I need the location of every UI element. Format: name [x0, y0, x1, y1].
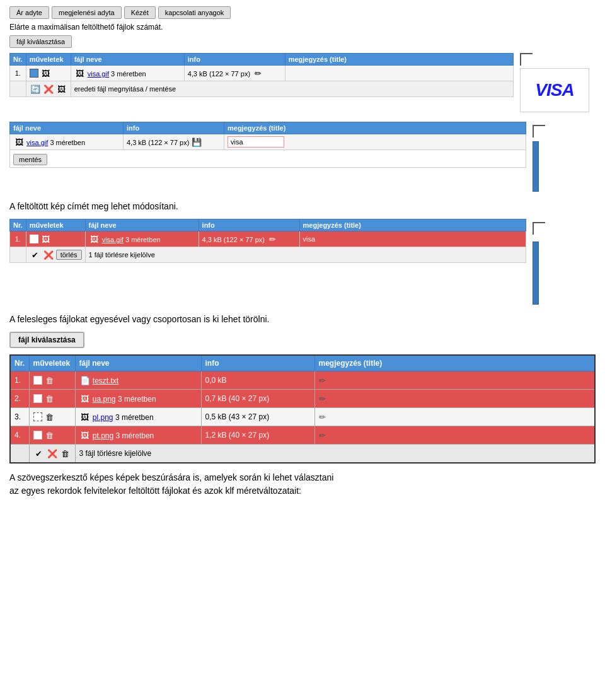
- cell-filename3: 🖼 visa.gif 3 méretben: [85, 231, 199, 247]
- actions-row-l3: 🗑: [33, 411, 71, 423]
- cell-title2: [224, 134, 526, 150]
- cancel-icon[interactable]: ❌: [43, 249, 54, 260]
- section2: fájl neve info megjegyzés (title) 🖼 visa…: [9, 122, 596, 192]
- filename-link-l2[interactable]: ua.png: [93, 395, 116, 404]
- torles-button[interactable]: törlés: [56, 250, 82, 260]
- checkbox-icon[interactable]: [30, 69, 38, 78]
- ok-icon-l[interactable]: ✔: [33, 448, 45, 459]
- bottom-line1: A szövegszerkesztő képes képek beszúrásá…: [9, 472, 333, 482]
- cell-action-icons-l: ✔ ❌ 🗑: [29, 445, 75, 464]
- action-icons-row3: ✔ ❌ törlés: [30, 249, 82, 260]
- file-img-icon2: 🖼: [13, 136, 25, 148]
- actions-row-l2: 🗑: [33, 393, 71, 404]
- checkbox-l4[interactable]: [33, 431, 42, 440]
- section3: Nr. műveletek fájl neve info megjegyzés …: [9, 354, 596, 464]
- visa-card: VISA: [520, 68, 589, 112]
- col-header-muveletek: műveletek: [26, 54, 71, 66]
- table-row: 3. 🗑 🖼 pl.png 3 méretben 0,5 kB (43 × 27…: [10, 408, 595, 426]
- filename-suffix: 3 méretben: [111, 70, 146, 78]
- table-row: 2. 🗑 🖼 ua.png 3 méretben 0,7 kB (40 × 27…: [10, 390, 595, 408]
- corner-bracket2: [533, 125, 545, 137]
- actions-row: 🖼: [30, 233, 82, 245]
- pencil-icon[interactable]: ✏: [252, 67, 263, 79]
- checkbox-selected[interactable]: [30, 235, 38, 243]
- col-header-info3: info: [199, 219, 299, 231]
- img-icon2: 🖼: [56, 83, 67, 95]
- col-header-megjegyzes2: megjegyzés (title): [224, 122, 526, 134]
- filename-link-l1[interactable]: teszt.txt: [93, 376, 118, 385]
- trash-large-icon[interactable]: 🗑: [60, 448, 71, 459]
- toolbar-btn-3[interactable]: Kézét: [124, 6, 156, 19]
- cell-actions: 🗑: [29, 371, 75, 390]
- cell-action-icons3: ✔ ❌ törlés: [26, 247, 85, 263]
- filename-link-l3[interactable]: pl.png: [93, 413, 113, 422]
- cell-info-l4: 1,2 kB (40 × 27 px): [201, 426, 314, 445]
- col-header-fajlnev3: fájl neve: [85, 219, 199, 231]
- trash-icon-l3[interactable]: 🗑: [44, 411, 55, 423]
- pencil-icon3[interactable]: ✏: [267, 233, 278, 245]
- mentes-button[interactable]: mentés: [13, 154, 47, 165]
- filename-link2[interactable]: visa.gif: [26, 139, 48, 146]
- cell-actions: 🗑: [29, 426, 75, 445]
- section1-table: Nr. műveletek fájl neve info megjegyzés …: [9, 53, 514, 97]
- save-icon[interactable]: 💾: [191, 136, 202, 148]
- trash-icon-l1[interactable]: 🗑: [44, 375, 55, 386]
- pencil-icon-l1[interactable]: ✏: [319, 376, 326, 385]
- col-header-nr3: Nr.: [10, 219, 26, 231]
- cell-nr: 2.: [10, 390, 29, 408]
- toolbar-btn-4[interactable]: kapcsolati anyagok: [158, 6, 231, 19]
- section1-right: VISA: [520, 53, 596, 112]
- cancel-icon-l[interactable]: ❌: [47, 448, 58, 459]
- cell-filename-l3: 🖼 pl.png 3 méretben: [75, 408, 201, 426]
- table-header-row: fájl neve info megjegyzés (title): [10, 122, 526, 134]
- checkbox-l1[interactable]: [33, 376, 42, 385]
- table-row: 🖼 visa.gif 3 méretben 4,3 kB (122 × 77 p…: [10, 134, 526, 150]
- pencil-icon-l2[interactable]: ✏: [319, 394, 326, 404]
- cell-filename-l4: 🖼 pt.png 3 méretben: [75, 426, 201, 445]
- fajl-kivalasztasa-button[interactable]: fájl kiválasztása: [9, 332, 84, 348]
- img-icon-l2: 🖼: [79, 393, 91, 404]
- file-img-icon: 🖼: [74, 67, 86, 79]
- cell-nr: 1.: [10, 66, 26, 81]
- filename-suffix-l4: 3 méretben: [116, 431, 154, 440]
- filename-link[interactable]: visa.gif: [88, 70, 109, 78]
- cell-title-l2: ✏: [314, 390, 595, 408]
- cell-info: 4,3 kB (122 × 77 px) ✏: [184, 66, 285, 81]
- toolbar-btn-1[interactable]: Ár adyte: [9, 6, 49, 19]
- title-input[interactable]: [228, 136, 284, 148]
- filename-suffix-l2: 3 méretben: [118, 395, 156, 404]
- section2b-table: Nr. műveletek fájl neve info megjegyzés …: [9, 219, 526, 263]
- file-select-button-top[interactable]: fájl kiválasztása: [9, 35, 72, 48]
- section2b-left: Nr. műveletek fájl neve info megjegyzés …: [9, 219, 526, 305]
- delete-icon[interactable]: ❌: [43, 83, 54, 95]
- pencil-icon-l3[interactable]: ✏: [319, 412, 326, 422]
- cell-title-l3: ✏: [314, 408, 595, 426]
- checkbox-l2[interactable]: [33, 394, 42, 403]
- col-header-info-l: info: [201, 355, 314, 371]
- corner-bracket: [520, 53, 533, 66]
- section3-left: Nr. műveletek fájl neve info megjegyzés …: [9, 354, 596, 464]
- checkbox-l3[interactable]: [33, 412, 42, 421]
- paragraph2: A felesleges fájlokat egyesével vagy cso…: [9, 314, 596, 324]
- cell-filename-l2: 🖼 ua.png 3 méretben: [75, 390, 201, 408]
- section2b: Nr. műveletek fájl neve info megjegyzés …: [9, 219, 596, 305]
- refresh-icon[interactable]: 🔄: [30, 83, 41, 95]
- cell-action-label: eredeti fájl megnyitása / mentése: [71, 81, 513, 97]
- cell-nr: 4.: [10, 426, 29, 445]
- cell-info-l2: 0,7 kB (40 × 27 px): [201, 390, 314, 408]
- filename-link3[interactable]: visa.gif: [102, 236, 124, 243]
- table-row-selected: 1. 🖼 🖼 visa.gif 3 méretben 4,3 kB (122 ×…: [10, 231, 526, 247]
- trash-icon-l4[interactable]: 🗑: [44, 429, 55, 441]
- pencil-icon-l4[interactable]: ✏: [319, 431, 326, 440]
- table-action-row: 🔄 ❌ 🖼 eredeti fájl megnyitása / mentése: [10, 81, 514, 97]
- bottom-paragraph: A szövegszerkesztő képes képek beszúrásá…: [9, 471, 596, 498]
- col-header-muveletek3: műveletek: [26, 219, 85, 231]
- ok-icon[interactable]: ✔: [30, 249, 41, 260]
- table-row: 1. 🖼 🖼 visa.gif 3 méretben 4,3 kB (122 ×…: [10, 66, 514, 81]
- col-header-megjegyzes: megjegyzés (title): [285, 54, 513, 66]
- trash-icon-l2[interactable]: 🗑: [44, 393, 55, 404]
- max-files-status: Elárte a maximálisan feltölthető fájlok …: [9, 23, 596, 32]
- cell-filename: 🖼 visa.gif 3 méretben: [71, 66, 184, 81]
- filename-link-l4[interactable]: pt.png: [93, 431, 113, 440]
- toolbar-btn-2[interactable]: megjelenési adyta: [52, 6, 122, 19]
